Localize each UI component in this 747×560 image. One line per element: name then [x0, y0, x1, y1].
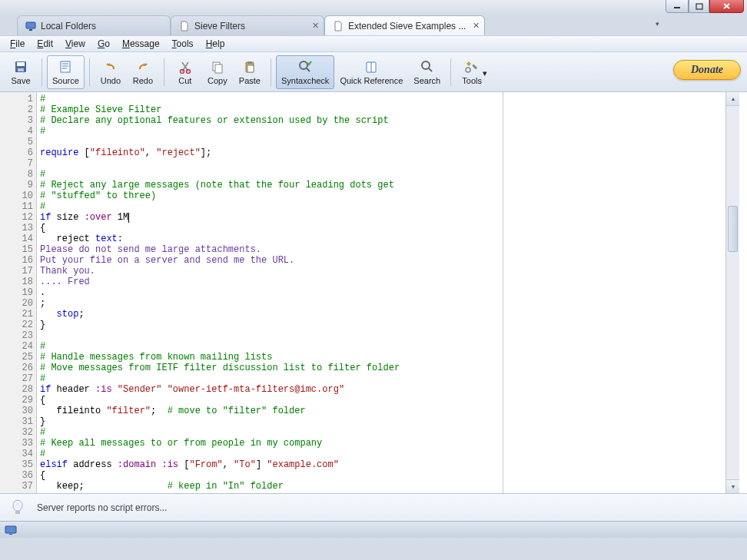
line-number-gutter: 1234567891011121314151617181920212223242…	[0, 92, 37, 493]
book-icon	[364, 59, 379, 75]
svg-rect-5	[17, 62, 25, 66]
save-button[interactable]: Save	[5, 55, 37, 89]
side-pane	[503, 92, 725, 493]
donate-label: Donate	[691, 64, 723, 75]
tab-label: Extended Sieve Examples ...	[348, 21, 466, 31]
toolbar-label: Search	[413, 76, 440, 85]
paste-icon	[242, 59, 257, 75]
svg-rect-2	[26, 22, 35, 28]
tools-dropdown[interactable]: Tools ▾	[456, 55, 488, 89]
window-titlebar	[0, 0, 747, 14]
toolbar-label: Paste	[239, 76, 261, 85]
toolbar-label: Syntaxcheck	[281, 76, 329, 85]
search-icon	[420, 59, 435, 75]
toolbar-label: Redo	[133, 76, 153, 85]
toolbar: Save Source Undo Redo Cut Copy	[0, 52, 747, 92]
close-button[interactable]	[709, 0, 744, 13]
svg-rect-6	[18, 68, 24, 71]
svg-point-25	[466, 68, 470, 72]
chevron-down-icon: ▾	[483, 68, 487, 78]
tab-extended-sieve[interactable]: Extended Sieve Examples ... ✕	[324, 15, 485, 35]
quickref-button[interactable]: Quick Reference	[334, 55, 408, 89]
svg-rect-29	[9, 534, 12, 535]
toolbar-separator	[42, 58, 42, 86]
toolbar-separator	[89, 58, 90, 86]
svg-rect-16	[247, 61, 252, 64]
svg-rect-17	[247, 65, 254, 72]
svg-point-18	[300, 61, 307, 69]
toolbar-label: Tools	[462, 76, 482, 85]
cut-button[interactable]: Cut	[169, 55, 201, 89]
svg-rect-1	[696, 4, 702, 9]
copy-icon	[210, 59, 225, 75]
tab-overflow-dropdown[interactable]: ▾	[652, 18, 662, 29]
menu-help[interactable]: Help	[201, 37, 231, 51]
tab-label: Local Folders	[41, 21, 96, 31]
scroll-up-arrow[interactable]: ▴	[726, 92, 739, 106]
minimize-button[interactable]	[666, 0, 689, 13]
document-icon	[333, 21, 344, 31]
toolbar-label: Cut	[178, 76, 191, 85]
menu-go[interactable]: Go	[92, 37, 115, 51]
svg-point-26	[13, 500, 22, 511]
tab-sieve-filters[interactable]: Sieve Filters ✕	[171, 15, 324, 35]
svg-rect-7	[61, 61, 70, 72]
svg-point-22	[422, 61, 430, 69]
toolbar-label: Source	[52, 76, 79, 85]
app-icon[interactable]	[5, 525, 17, 535]
editor: 1234567891011121314151617181920212223242…	[0, 92, 747, 493]
lightbulb-icon	[9, 499, 26, 516]
toolbar-separator	[164, 58, 164, 86]
undo-icon	[103, 59, 118, 75]
menu-view[interactable]: View	[60, 37, 91, 51]
status-message: Server reports no script errors...	[37, 502, 167, 513]
document-icon	[179, 21, 190, 31]
toolbar-separator	[271, 58, 271, 86]
donate-button[interactable]: Donate	[673, 60, 741, 80]
status-bar: Server reports no script errors...	[0, 493, 747, 521]
menubar: File Edit View Go Message Tools Help	[0, 35, 747, 52]
svg-rect-24	[472, 64, 477, 69]
cut-icon	[178, 59, 193, 75]
svg-rect-3	[29, 29, 32, 31]
window-controls	[666, 0, 744, 13]
redo-button[interactable]: Redo	[127, 55, 159, 89]
paste-button[interactable]: Paste	[234, 55, 266, 89]
menu-tools[interactable]: Tools	[167, 37, 199, 51]
tools-icon	[464, 59, 480, 75]
svg-line-19	[307, 68, 310, 71]
source-button[interactable]: Source	[47, 55, 85, 89]
bottom-bar	[0, 521, 747, 538]
undo-button[interactable]: Undo	[95, 55, 127, 89]
tab-local-folders[interactable]: Local Folders	[17, 15, 171, 35]
redo-icon	[135, 59, 151, 75]
toolbar-label: Undo	[101, 76, 121, 85]
search-button[interactable]: Search	[408, 55, 446, 89]
syntaxcheck-button[interactable]: Syntaxcheck	[276, 55, 334, 89]
toolbar-label: Copy	[208, 76, 227, 85]
vertical-scrollbar[interactable]: ▴ ▾	[725, 92, 739, 493]
menu-edit[interactable]: Edit	[32, 37, 58, 51]
svg-rect-0	[674, 7, 680, 8]
svg-line-23	[429, 68, 432, 71]
toolbar-separator	[450, 58, 451, 86]
monitor-icon	[25, 21, 36, 31]
svg-rect-14	[215, 65, 222, 73]
save-icon	[13, 59, 28, 75]
close-tab-icon[interactable]: ✕	[473, 21, 480, 31]
svg-rect-27	[15, 511, 20, 514]
scroll-thumb[interactable]	[728, 206, 738, 252]
scroll-down-arrow[interactable]: ▾	[726, 479, 739, 493]
menu-message[interactable]: Message	[117, 37, 165, 51]
tab-label: Sieve Filters	[194, 21, 245, 31]
close-tab-icon[interactable]: ✕	[312, 21, 319, 31]
menu-file[interactable]: File	[5, 37, 30, 51]
source-icon	[58, 59, 73, 75]
code-area[interactable]: ## Example Sieve Filter# Declare any opt…	[37, 92, 503, 493]
toolbar-label: Quick Reference	[340, 76, 403, 85]
svg-rect-28	[5, 526, 16, 533]
tab-strip: Local Folders Sieve Filters ✕ Extended S…	[0, 14, 747, 35]
toolbar-label: Save	[11, 76, 30, 85]
copy-button[interactable]: Copy	[201, 55, 234, 89]
maximize-button[interactable]	[689, 0, 709, 13]
